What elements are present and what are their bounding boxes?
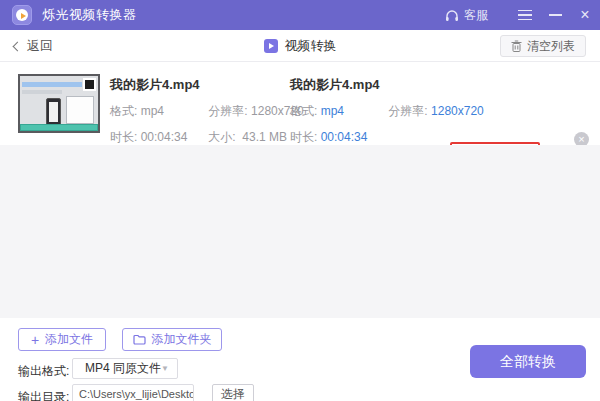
source-file-info: 我的影片4.mp4 格式: mp4 分辨率: 1280x720 时长: 00:0…: [110, 76, 304, 146]
video-convert-icon: [264, 39, 278, 53]
add-file-label: 添加文件: [45, 331, 93, 348]
video-thumbnail: [18, 74, 100, 133]
close-button[interactable]: ×: [570, 0, 600, 30]
output-format-field-label: 输出格式:: [18, 363, 69, 380]
trash-icon: [511, 40, 522, 52]
customer-support-button[interactable]: 客服: [445, 7, 488, 24]
clear-list-button[interactable]: 清空列表: [500, 35, 586, 57]
logo-play-icon: [21, 13, 26, 19]
output-filename: 我的影片4.mp4: [290, 76, 484, 94]
output-dir-field-label: 输出目录:: [18, 389, 69, 401]
add-file-button[interactable]: + 添加文件: [18, 328, 106, 351]
add-folder-button[interactable]: 添加文件夹: [122, 328, 222, 351]
titlebar: 烁光视频转换器 客服 ×: [0, 0, 600, 30]
source-filename: 我的影片4.mp4: [110, 76, 304, 94]
output-format-selected-value: MP4 同原文件: [73, 360, 161, 377]
output-resolution: 分辨率: 1280x720: [388, 103, 483, 120]
hamburger-icon: [518, 7, 532, 24]
output-dir-input[interactable]: C:\Users\yx_lijie\Deskto...: [72, 384, 194, 401]
output-format-select[interactable]: MP4 同原文件 ▼: [72, 358, 178, 379]
thumbnail-window: [66, 96, 94, 124]
output-duration: 时长: 00:04:34: [290, 129, 367, 146]
back-button[interactable]: 返回: [14, 30, 53, 62]
empty-list-area: [0, 145, 600, 318]
source-format: 格式: mp4: [110, 103, 205, 120]
minimize-icon: [549, 14, 562, 16]
customer-support-label: 客服: [464, 7, 488, 24]
thumbnail-bottom-bar: [20, 124, 98, 131]
clear-list-label: 清空列表: [527, 38, 575, 55]
minimize-button[interactable]: [540, 0, 570, 30]
headset-icon: [445, 9, 459, 22]
back-chevron-icon: [13, 41, 23, 51]
add-folder-label: 添加文件夹: [152, 331, 212, 348]
folder-icon: [133, 334, 146, 345]
app-window: 烁光视频转换器 客服 × 返回: [0, 0, 600, 401]
file-list-item: 我的影片4.mp4 格式: mp4 分辨率: 1280x720 时长: 00:0…: [0, 62, 600, 145]
chevron-down-icon: ▼: [161, 364, 169, 373]
titlebar-controls: 客服 ×: [445, 0, 600, 30]
menu-button[interactable]: [510, 0, 540, 30]
browse-button[interactable]: 选择: [212, 384, 254, 401]
convert-all-button[interactable]: 全部转换: [470, 345, 586, 378]
output-file-info: 我的影片4.mp4 格式: mp4 分辨率: 1280x720 时长: 00:0…: [290, 76, 484, 146]
source-duration: 时长: 00:04:34: [110, 129, 205, 146]
thumbnail-qr-code: [83, 78, 96, 91]
page-title: 视频转换: [285, 37, 337, 55]
bottom-panel: + 添加文件 添加文件夹 输出格式: MP4 同原文件 ▼ 输出目录: C:\U…: [0, 318, 600, 401]
source-size: 大小: 43.1 MB: [208, 129, 287, 146]
plus-icon: +: [31, 333, 39, 347]
close-icon: ×: [580, 7, 589, 23]
toolbar: 返回 视频转换 清空列表: [0, 30, 600, 62]
app-logo-icon: [12, 5, 32, 25]
back-label: 返回: [27, 37, 53, 55]
output-format: 格式: mp4: [290, 103, 385, 120]
app-title: 烁光视频转换器: [42, 6, 137, 24]
